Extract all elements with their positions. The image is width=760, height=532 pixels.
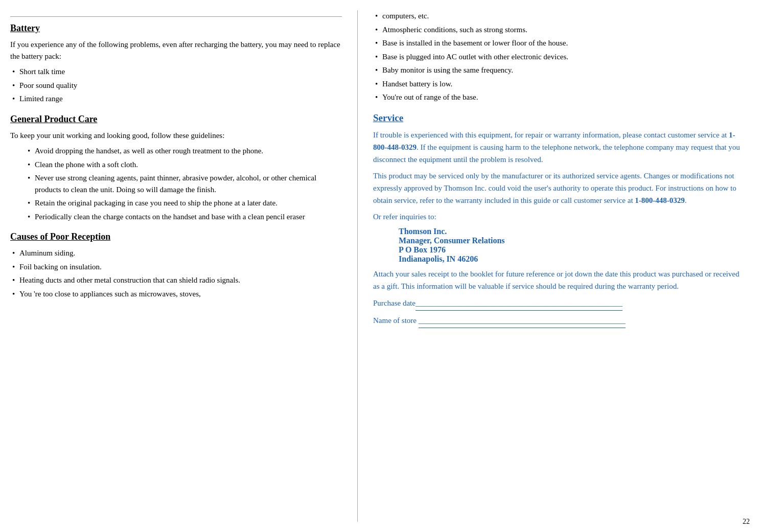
general-product-care-section: General Product Care To keep your unit w…: [10, 114, 342, 223]
list-item: Limited range: [10, 93, 342, 105]
page-number: 22: [743, 518, 750, 526]
general-intro: To keep your unit working and looking go…: [10, 130, 342, 142]
list-item: You 're too close to appliances such as …: [10, 288, 342, 300]
list-item: Never use strong cleaning agents, paint …: [26, 172, 342, 195]
page-container: Battery If you experience any of the fol…: [0, 0, 760, 532]
list-item: Periodically clean the charge contacts o…: [26, 211, 342, 223]
purchase-field: ________________________________________…: [416, 296, 623, 311]
list-item: Baby monitor is using the same frequency…: [373, 64, 746, 76]
service-paragraph1: If trouble is experienced with this equi…: [373, 129, 746, 166]
refer-text: Or refer inquiries to:: [373, 211, 746, 223]
top-divider: [10, 16, 342, 17]
list-item: computers, etc.: [373, 10, 746, 22]
battery-title: Battery: [10, 23, 342, 34]
service-p2b-text: .: [685, 196, 687, 204]
list-item: Avoid dropping the handset, as well as o…: [26, 145, 342, 157]
left-column: Battery If you experience any of the fol…: [10, 10, 358, 522]
list-item: Short talk time: [10, 66, 342, 78]
store-name-line: Name of store __________________________…: [373, 314, 746, 328]
service-paragraph3: Attach your sales receipt to the booklet…: [373, 268, 746, 292]
top-list-section: computers, etc. Atmospheric conditions, …: [373, 10, 746, 103]
service-title: Service: [373, 112, 746, 124]
purchase-label: Purchase date: [373, 299, 416, 307]
list-item: Handset battery is low.: [373, 78, 746, 90]
service-section: Service If trouble is experienced with t…: [373, 112, 746, 328]
address-block: Thomson Inc. Manager, Consumer Relations…: [373, 227, 746, 264]
list-item: Clean the phone with a soft cloth.: [26, 159, 342, 171]
list-item: Poor sound quality: [10, 80, 342, 91]
address-line3: P O Box 1976: [399, 245, 746, 255]
causes-list: Aluminum siding. Foil backing on insulat…: [10, 247, 342, 299]
service-p1b-text: . If the equipment is causing harm to th…: [373, 143, 740, 164]
right-column: computers, etc. Atmospheric conditions, …: [358, 10, 746, 522]
battery-section: Battery If you experience any of the fol…: [10, 16, 342, 105]
list-item: You're out of range of the base.: [373, 91, 746, 103]
address-line1: Thomson Inc.: [399, 227, 746, 236]
general-title: General Product Care: [10, 114, 342, 125]
causes-section: Causes of Poor Reception Aluminum siding…: [10, 232, 342, 299]
top-list: computers, etc. Atmospheric conditions, …: [373, 10, 746, 103]
service-paragraph2: This product may be serviced only by the…: [373, 170, 746, 206]
service-p1-text: If trouble is experienced with this equi…: [373, 131, 729, 139]
list-item: Aluminum siding.: [10, 247, 342, 259]
list-item: Base is plugged into AC outlet with othe…: [373, 51, 746, 63]
list-item: Heating ducts and other metal constructi…: [10, 274, 342, 286]
list-item: Base is installed in the basement or low…: [373, 37, 746, 49]
store-label: Name of store: [373, 316, 417, 325]
store-field: ________________________________________…: [419, 314, 626, 328]
battery-list: Short talk time Poor sound quality Limit…: [10, 66, 342, 105]
causes-title: Causes of Poor Reception: [10, 232, 342, 242]
battery-intro: If you experience any of the following p…: [10, 39, 342, 62]
service-phone2: 1-800-448-0329: [635, 196, 685, 204]
purchase-date-line: Purchase date___________________________…: [373, 296, 746, 311]
address-line2: Manager, Consumer Relations: [399, 236, 746, 245]
address-line4: Indianapolis, IN 46206: [399, 255, 746, 264]
list-item: Foil backing on insulation.: [10, 261, 342, 273]
general-list: Avoid dropping the handset, as well as o…: [10, 145, 342, 222]
list-item: Atmospheric conditions, such as strong s…: [373, 24, 746, 36]
list-item: Retain the original packaging in case yo…: [26, 197, 342, 209]
